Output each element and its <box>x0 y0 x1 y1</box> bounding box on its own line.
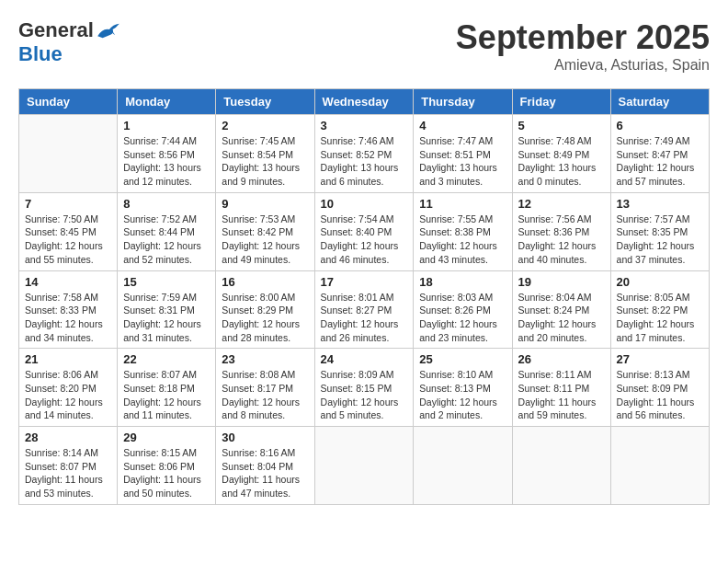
day-number: 18 <box>419 275 506 289</box>
calendar-cell <box>414 427 512 505</box>
location-subtitle: Amieva, Asturias, Spain <box>456 57 710 74</box>
logo-blue-text: Blue <box>18 42 63 66</box>
day-number: 5 <box>518 119 605 132</box>
day-info: Sunrise: 7:59 AMSunset: 8:31 PMDaylight:… <box>123 291 210 345</box>
day-info: Sunrise: 8:15 AMSunset: 8:06 PMDaylight:… <box>123 446 210 500</box>
calendar-cell: 2Sunrise: 7:45 AMSunset: 8:54 PMDaylight… <box>216 115 314 193</box>
calendar-week-row: 7Sunrise: 7:50 AMSunset: 8:45 PMDaylight… <box>19 192 710 270</box>
calendar-cell <box>314 427 414 505</box>
calendar-cell <box>610 427 709 505</box>
calendar-table: SundayMondayTuesdayWednesdayThursdayFrid… <box>18 88 710 505</box>
logo-bird-icon <box>96 21 121 40</box>
day-number: 3 <box>321 119 408 132</box>
weekday-header-monday: Monday <box>118 89 216 115</box>
calendar-cell: 15Sunrise: 7:59 AMSunset: 8:31 PMDayligh… <box>118 270 216 349</box>
day-number: 20 <box>617 275 703 289</box>
day-info: Sunrise: 8:04 AMSunset: 8:24 PMDaylight:… <box>518 291 605 345</box>
day-info: Sunrise: 7:53 AMSunset: 8:42 PMDaylight:… <box>222 213 308 267</box>
day-info: Sunrise: 7:52 AMSunset: 8:44 PMDaylight:… <box>123 213 210 267</box>
calendar-cell: 7Sunrise: 7:50 AMSunset: 8:45 PMDaylight… <box>19 192 118 270</box>
day-info: Sunrise: 8:13 AMSunset: 8:09 PMDaylight:… <box>617 368 703 422</box>
day-number: 26 <box>518 352 605 366</box>
day-number: 15 <box>123 275 210 289</box>
day-number: 6 <box>617 119 703 132</box>
page-header: General Blue September 2025 Amieva, Astu… <box>18 18 710 74</box>
day-number: 4 <box>419 119 506 132</box>
calendar-cell: 13Sunrise: 7:57 AMSunset: 8:35 PMDayligh… <box>610 192 709 270</box>
calendar-cell: 17Sunrise: 8:01 AMSunset: 8:27 PMDayligh… <box>314 270 414 349</box>
calendar-cell: 14Sunrise: 7:58 AMSunset: 8:33 PMDayligh… <box>19 270 118 349</box>
day-info: Sunrise: 7:47 AMSunset: 8:51 PMDaylight:… <box>419 134 506 189</box>
day-number: 9 <box>222 197 308 211</box>
day-number: 19 <box>518 275 605 289</box>
calendar-cell: 16Sunrise: 8:00 AMSunset: 8:29 PMDayligh… <box>216 270 314 349</box>
day-info: Sunrise: 8:00 AMSunset: 8:29 PMDaylight:… <box>222 291 308 345</box>
calendar-cell <box>19 115 118 193</box>
calendar-cell: 29Sunrise: 8:15 AMSunset: 8:06 PMDayligh… <box>118 427 216 505</box>
day-info: Sunrise: 7:45 AMSunset: 8:54 PMDaylight:… <box>222 134 308 189</box>
calendar-week-row: 21Sunrise: 8:06 AMSunset: 8:20 PMDayligh… <box>19 349 710 427</box>
day-number: 28 <box>25 431 111 444</box>
day-info: Sunrise: 8:01 AMSunset: 8:27 PMDaylight:… <box>321 291 408 345</box>
day-info: Sunrise: 7:55 AMSunset: 8:38 PMDaylight:… <box>419 213 506 267</box>
calendar-cell: 21Sunrise: 8:06 AMSunset: 8:20 PMDayligh… <box>19 349 118 427</box>
month-title: September 2025 <box>456 18 710 57</box>
day-number: 2 <box>222 119 308 132</box>
calendar-cell: 10Sunrise: 7:54 AMSunset: 8:40 PMDayligh… <box>314 192 414 270</box>
calendar-cell: 4Sunrise: 7:47 AMSunset: 8:51 PMDaylight… <box>414 115 512 193</box>
day-number: 16 <box>222 275 308 289</box>
logo: General Blue <box>18 18 121 66</box>
day-number: 13 <box>617 197 703 211</box>
calendar-body: 1Sunrise: 7:44 AMSunset: 8:56 PMDaylight… <box>19 115 710 505</box>
weekday-header-row: SundayMondayTuesdayWednesdayThursdayFrid… <box>19 89 710 115</box>
weekday-header-saturday: Saturday <box>610 89 709 115</box>
calendar-cell: 20Sunrise: 8:05 AMSunset: 8:22 PMDayligh… <box>610 270 709 349</box>
calendar-header: SundayMondayTuesdayWednesdayThursdayFrid… <box>19 89 710 115</box>
day-info: Sunrise: 8:08 AMSunset: 8:17 PMDaylight:… <box>222 368 308 422</box>
day-info: Sunrise: 7:50 AMSunset: 8:45 PMDaylight:… <box>25 213 111 267</box>
day-number: 22 <box>123 352 210 366</box>
calendar-cell: 22Sunrise: 8:07 AMSunset: 8:18 PMDayligh… <box>118 349 216 427</box>
day-info: Sunrise: 8:16 AMSunset: 8:04 PMDaylight:… <box>222 446 308 500</box>
weekday-header-sunday: Sunday <box>19 89 118 115</box>
day-number: 8 <box>123 197 210 211</box>
day-info: Sunrise: 7:58 AMSunset: 8:33 PMDaylight:… <box>25 291 111 345</box>
day-number: 21 <box>25 352 111 366</box>
day-info: Sunrise: 8:14 AMSunset: 8:07 PMDaylight:… <box>25 446 111 500</box>
day-info: Sunrise: 7:57 AMSunset: 8:35 PMDaylight:… <box>617 213 703 267</box>
day-info: Sunrise: 8:07 AMSunset: 8:18 PMDaylight:… <box>123 368 210 422</box>
day-number: 7 <box>25 197 111 211</box>
day-info: Sunrise: 7:49 AMSunset: 8:47 PMDaylight:… <box>617 134 703 189</box>
day-info: Sunrise: 8:09 AMSunset: 8:15 PMDaylight:… <box>321 368 408 422</box>
day-number: 24 <box>321 352 408 366</box>
day-number: 14 <box>25 275 111 289</box>
day-number: 10 <box>321 197 408 211</box>
calendar-cell <box>512 427 610 505</box>
calendar-cell: 9Sunrise: 7:53 AMSunset: 8:42 PMDaylight… <box>216 192 314 270</box>
calendar-cell: 8Sunrise: 7:52 AMSunset: 8:44 PMDaylight… <box>118 192 216 270</box>
day-info: Sunrise: 7:44 AMSunset: 8:56 PMDaylight:… <box>123 134 210 189</box>
day-info: Sunrise: 7:46 AMSunset: 8:52 PMDaylight:… <box>321 134 408 189</box>
calendar-cell: 12Sunrise: 7:56 AMSunset: 8:36 PMDayligh… <box>512 192 610 270</box>
weekday-header-wednesday: Wednesday <box>314 89 414 115</box>
weekday-header-thursday: Thursday <box>414 89 512 115</box>
day-number: 12 <box>518 197 605 211</box>
calendar-cell: 5Sunrise: 7:48 AMSunset: 8:49 PMDaylight… <box>512 115 610 193</box>
calendar-cell: 11Sunrise: 7:55 AMSunset: 8:38 PMDayligh… <box>414 192 512 270</box>
day-info: Sunrise: 8:11 AMSunset: 8:11 PMDaylight:… <box>518 368 605 422</box>
day-info: Sunrise: 7:56 AMSunset: 8:36 PMDaylight:… <box>518 213 605 267</box>
day-info: Sunrise: 8:10 AMSunset: 8:13 PMDaylight:… <box>419 368 506 422</box>
day-number: 17 <box>321 275 408 289</box>
day-number: 1 <box>123 119 210 132</box>
calendar-cell: 18Sunrise: 8:03 AMSunset: 8:26 PMDayligh… <box>414 270 512 349</box>
calendar-week-row: 14Sunrise: 7:58 AMSunset: 8:33 PMDayligh… <box>19 270 710 349</box>
day-number: 11 <box>419 197 506 211</box>
day-info: Sunrise: 8:06 AMSunset: 8:20 PMDaylight:… <box>25 368 111 422</box>
day-number: 30 <box>222 431 308 444</box>
calendar-cell: 23Sunrise: 8:08 AMSunset: 8:17 PMDayligh… <box>216 349 314 427</box>
calendar-cell: 3Sunrise: 7:46 AMSunset: 8:52 PMDaylight… <box>314 115 414 193</box>
title-area: September 2025 Amieva, Asturias, Spain <box>456 18 710 74</box>
day-number: 29 <box>123 431 210 444</box>
day-info: Sunrise: 8:05 AMSunset: 8:22 PMDaylight:… <box>617 291 703 345</box>
calendar-cell: 25Sunrise: 8:10 AMSunset: 8:13 PMDayligh… <box>414 349 512 427</box>
